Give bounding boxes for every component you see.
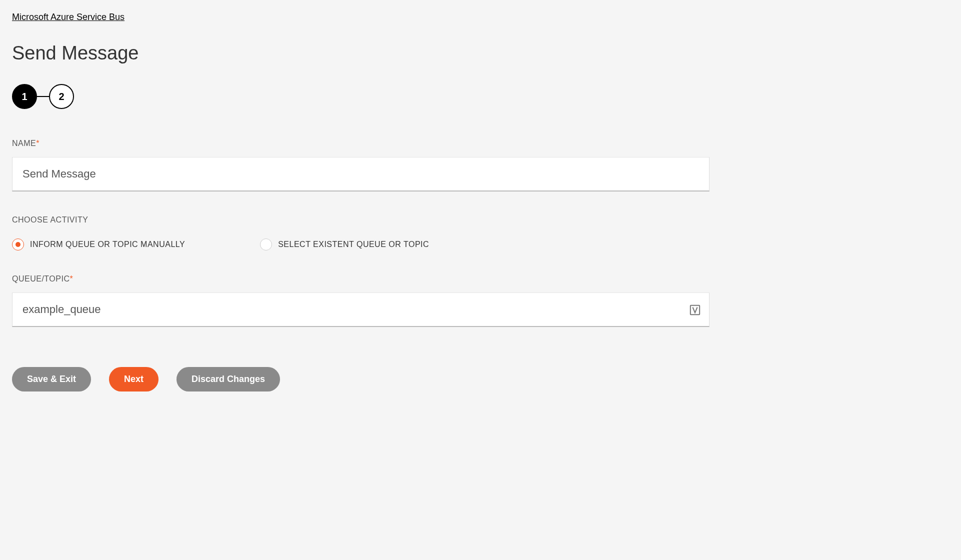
queue-topic-input[interactable] xyxy=(12,292,710,327)
radio-dot-icon xyxy=(16,242,20,247)
queue-topic-label-text: QUEUE/TOPIC xyxy=(12,274,70,283)
queue-topic-field-group: QUEUE/TOPIC* xyxy=(12,274,949,327)
step-connector xyxy=(37,96,49,97)
step-1[interactable]: 1 xyxy=(12,84,37,109)
variable-icon[interactable] xyxy=(690,304,700,316)
radio-circle-icon xyxy=(260,238,272,250)
radio-circle-icon xyxy=(12,238,24,250)
activity-label: CHOOSE ACTIVITY xyxy=(12,216,949,224)
queue-topic-input-wrapper xyxy=(12,292,710,327)
stepper: 1 2 xyxy=(12,84,949,109)
button-row: Save & Exit Next Discard Changes xyxy=(12,367,949,392)
activity-field-group: CHOOSE ACTIVITY INFORM QUEUE OR TOPIC MA… xyxy=(12,216,949,250)
queue-topic-label: QUEUE/TOPIC* xyxy=(12,274,949,284)
radio-label-existent: SELECT EXISTENT QUEUE OR TOPIC xyxy=(278,240,429,249)
name-label-text: NAME xyxy=(12,139,36,148)
required-mark: * xyxy=(36,139,40,148)
discard-button[interactable]: Discard Changes xyxy=(176,367,280,392)
name-input[interactable] xyxy=(12,157,710,192)
step-2[interactable]: 2 xyxy=(49,84,74,109)
name-field-group: NAME* xyxy=(12,139,949,192)
breadcrumb-link[interactable]: Microsoft Azure Service Bus xyxy=(12,12,124,22)
radio-option-existent[interactable]: SELECT EXISTENT QUEUE OR TOPIC xyxy=(260,238,429,250)
save-exit-button[interactable]: Save & Exit xyxy=(12,367,91,392)
activity-radio-group: INFORM QUEUE OR TOPIC MANUALLY SELECT EX… xyxy=(12,238,949,250)
name-label: NAME* xyxy=(12,139,949,148)
next-button[interactable]: Next xyxy=(109,367,158,392)
radio-label-manual: INFORM QUEUE OR TOPIC MANUALLY xyxy=(30,240,185,249)
page-title: Send Message xyxy=(12,42,949,64)
required-mark: * xyxy=(70,274,73,283)
radio-option-manual[interactable]: INFORM QUEUE OR TOPIC MANUALLY xyxy=(12,238,185,250)
